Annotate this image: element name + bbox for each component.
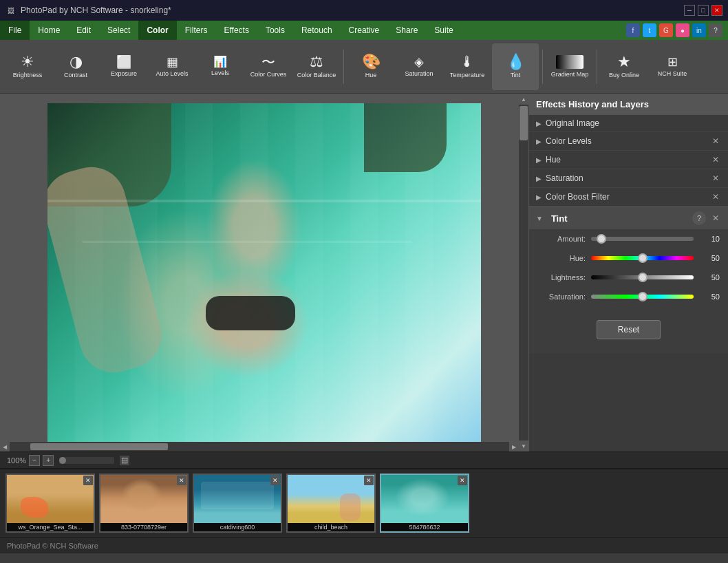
canvas-container: ▲ ▼ ◀ ▶: [0, 94, 528, 452]
zoom-level: 100%: [7, 456, 26, 465]
hue-slider-thumb[interactable]: [638, 253, 647, 263]
right-panel: Effects History and Layers ▶ Original Im…: [528, 94, 728, 452]
zoom-controls: 100% − + ▤: [7, 455, 129, 466]
levels-tool[interactable]: 📊 Levels: [197, 43, 244, 90]
menu-tools[interactable]: Tools: [257, 21, 293, 40]
menu-file[interactable]: File: [0, 21, 30, 40]
horizontal-scrollbar[interactable]: ◀ ▶: [0, 442, 519, 452]
menu-effects[interactable]: Effects: [215, 21, 257, 40]
buy-online-button[interactable]: ★ Buy Online: [601, 43, 647, 90]
vertical-scrollbar[interactable]: ▲ ▼: [519, 94, 528, 452]
filmstrip-item-0[interactable]: ✕ ws_Orange_Sea_Sta...: [6, 474, 95, 533]
color-balance-icon: ⚖: [310, 54, 323, 70]
linkedin-icon[interactable]: in: [692, 23, 706, 37]
facebook-icon[interactable]: f: [626, 23, 640, 37]
horizontal-scroll-thumb[interactable]: [30, 443, 168, 450]
tint-help-button[interactable]: ?: [692, 211, 706, 225]
scroll-left-button[interactable]: ◀: [0, 442, 10, 452]
vertical-scroll-thumb[interactable]: [520, 106, 528, 140]
hue-slider-row: Hue: 50: [529, 248, 728, 268]
scroll-up-button[interactable]: ▲: [519, 94, 528, 105]
close-filmstrip-0-button[interactable]: ✕: [83, 476, 93, 485]
filmstrip-item-4[interactable]: ✕ 584786632: [380, 474, 469, 533]
scroll-right-button[interactable]: ▶: [509, 442, 519, 452]
menu-suite[interactable]: Suite: [426, 21, 461, 40]
hue-label: Hue:: [537, 254, 586, 262]
nch-suite-button[interactable]: ⊞ NCH Suite: [649, 43, 696, 90]
color-curves-tool[interactable]: 〜 Color Curves: [245, 43, 292, 90]
dribbble-icon[interactable]: ●: [676, 23, 689, 37]
lightness-slider-track[interactable]: [591, 275, 694, 279]
brightness-tool[interactable]: ☀ Brightness: [4, 43, 51, 90]
filmstrip-label-4: 584786632: [381, 523, 468, 531]
window-title: PhotoPad by NCH Software - snorkeling*: [21, 6, 171, 15]
google-icon[interactable]: G: [659, 23, 673, 37]
tint-tool[interactable]: 💧 Tint: [492, 43, 539, 90]
close-tint-button[interactable]: ✕: [710, 213, 721, 224]
twitter-icon[interactable]: t: [643, 23, 656, 37]
zoom-slider-thumb[interactable]: [59, 457, 66, 464]
menu-creative[interactable]: Creative: [341, 21, 388, 40]
app-icon: 🖼: [6, 5, 17, 16]
zoom-in-button[interactable]: +: [43, 455, 54, 466]
effect-original-image[interactable]: ▶ Original Image: [529, 115, 728, 132]
contrast-tool[interactable]: ◑ Contrast: [52, 43, 99, 90]
minimize-button[interactable]: ─: [684, 5, 695, 16]
zoom-slider[interactable]: [59, 457, 114, 464]
titlebar: 🖼 PhotoPad by NCH Software - snorkeling*…: [0, 0, 728, 21]
close-filmstrip-4-button[interactable]: ✕: [458, 476, 467, 485]
menu-filters[interactable]: Filters: [177, 21, 216, 40]
menu-share[interactable]: Share: [387, 21, 426, 40]
fit-view-button[interactable]: ▤: [120, 456, 129, 465]
hue-value: 50: [699, 254, 720, 262]
effect-color-levels[interactable]: ▶ Color Levels ✕: [529, 132, 728, 151]
menu-edit[interactable]: Edit: [68, 21, 99, 40]
amount-slider-thumb[interactable]: [597, 234, 606, 244]
saturation-slider-track[interactable]: [591, 295, 694, 299]
close-filmstrip-2-button[interactable]: ✕: [270, 476, 280, 485]
menu-color[interactable]: Color: [138, 21, 176, 40]
amount-label: Amount:: [537, 235, 586, 243]
expand-arrow-levels: ▶: [536, 138, 542, 145]
effect-hue[interactable]: ▶ Hue ✕: [529, 151, 728, 169]
effects-panel-header: Effects History and Layers: [529, 94, 728, 115]
saturation-slider-thumb[interactable]: [638, 292, 647, 301]
filmstrip-item-3[interactable]: ✕ child_beach: [286, 474, 376, 533]
amount-slider-track[interactable]: [591, 237, 694, 241]
color-balance-tool[interactable]: ⚖ Color Balance: [293, 43, 340, 90]
filmstrip-item-2[interactable]: ✕ catdiving600: [193, 474, 282, 533]
reset-button[interactable]: Reset: [597, 320, 661, 339]
auto-levels-tool[interactable]: ▦ Auto Levels: [149, 43, 195, 90]
hue-slider-track[interactable]: [591, 256, 694, 260]
temperature-tool[interactable]: 🌡 Temperature: [444, 43, 491, 90]
filmstrip: ✕ ws_Orange_Sea_Sta... ✕ 833-07708729er …: [0, 468, 728, 537]
close-filmstrip-3-button[interactable]: ✕: [364, 476, 374, 485]
close-saturation-button[interactable]: ✕: [710, 173, 721, 184]
effect-color-boost-filter[interactable]: ▶ Color Boost Filter ✕: [529, 188, 728, 206]
saturation-icon: ◈: [414, 56, 424, 68]
close-filmstrip-1-button[interactable]: ✕: [177, 476, 186, 485]
temperature-icon: 🌡: [460, 54, 475, 70]
zoom-out-button[interactable]: −: [29, 455, 40, 466]
close-color-boost-button[interactable]: ✕: [710, 191, 721, 202]
menu-select[interactable]: Select: [99, 21, 138, 40]
menu-retouch[interactable]: Retouch: [293, 21, 341, 40]
hue-tool[interactable]: 🎨 Hue: [347, 43, 394, 90]
menubar: File Home Edit Select Color Filters Effe…: [0, 21, 728, 40]
expand-arrow-boost: ▶: [536, 193, 542, 201]
help-menu-icon[interactable]: ?: [709, 23, 722, 37]
lightness-slider-thumb[interactable]: [638, 273, 647, 282]
toolbar: ☀ Brightness ◑ Contrast ⬜ Exposure ▦ Aut…: [0, 40, 728, 94]
menu-home[interactable]: Home: [30, 21, 68, 40]
filmstrip-item-1[interactable]: ✕ 833-07708729er: [99, 474, 189, 533]
close-color-levels-button[interactable]: ✕: [710, 136, 721, 147]
saturation-tool[interactable]: ◈ Saturation: [396, 43, 442, 90]
close-hue-button[interactable]: ✕: [710, 154, 721, 165]
close-button[interactable]: ✕: [711, 5, 722, 16]
expand-arrow-original: ▶: [536, 120, 542, 127]
maximize-button[interactable]: □: [698, 5, 709, 16]
effect-saturation[interactable]: ▶ Saturation ✕: [529, 169, 728, 188]
exposure-tool[interactable]: ⬜ Exposure: [100, 43, 147, 90]
scroll-down-button[interactable]: ▼: [519, 440, 528, 452]
gradient-map-tool[interactable]: Gradient Map: [546, 43, 593, 90]
